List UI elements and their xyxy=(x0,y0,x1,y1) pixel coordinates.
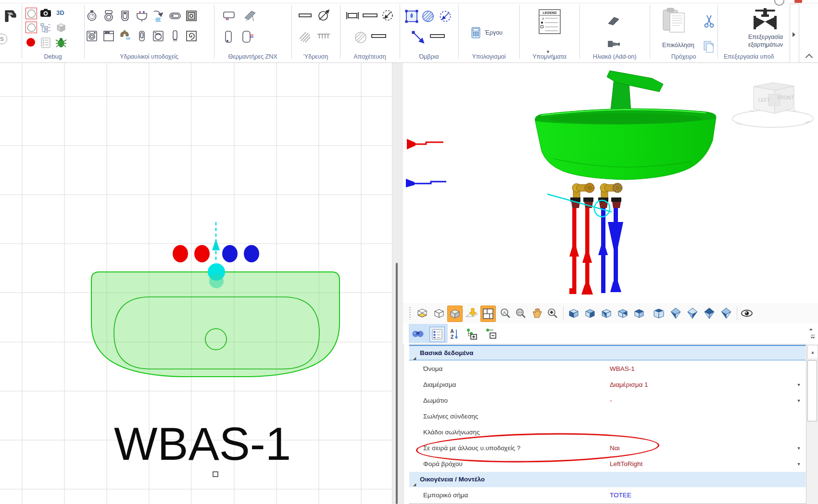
property-value[interactable]: LeftToRight xyxy=(610,456,642,472)
section-header-family-model[interactable]: ◢ Οικογένεια / Μοντέλο xyxy=(409,472,805,487)
property-value[interactable]: WBAS-1 xyxy=(610,361,635,377)
riser-pipes[interactable] xyxy=(569,208,623,295)
solar-mount-icon[interactable] xyxy=(606,38,622,50)
shower-cabin-icon[interactable] xyxy=(185,10,198,22)
zoom-realtime-button[interactable] xyxy=(545,306,560,321)
cut-scissors-icon[interactable] xyxy=(704,14,715,28)
view-diamond-4-button[interactable] xyxy=(719,306,733,321)
washing-machine-icon[interactable] xyxy=(86,30,98,42)
checklist-icon[interactable] xyxy=(40,37,51,48)
debug-select-circle-1-icon[interactable] xyxy=(25,8,37,19)
drain-pipe-2-icon[interactable] xyxy=(371,32,387,41)
wireframe-view-button[interactable] xyxy=(415,306,429,321)
drain-pipe-icon[interactable] xyxy=(362,11,378,20)
rain-diagonal-arrow-icon[interactable] xyxy=(411,30,427,46)
app-corner-icon[interactable] xyxy=(4,9,18,24)
zoom-window-button[interactable]: A xyxy=(498,306,513,321)
cube-3d-icon[interactable] xyxy=(55,22,67,33)
dishwasher-icon[interactable] xyxy=(102,30,115,42)
urinal-icon[interactable] xyxy=(119,10,131,22)
water-heater-icon[interactable] xyxy=(169,30,181,42)
view-diamond-1-button[interactable] xyxy=(668,306,683,321)
paste-clipboard-icon[interactable] xyxy=(662,7,688,34)
toilet-icon[interactable] xyxy=(102,10,115,22)
collapse-all-button[interactable] xyxy=(484,327,498,341)
washbasin-3d-model[interactable] xyxy=(535,71,717,180)
panel-pin-down-icon[interactable]: ▾▾ xyxy=(811,335,815,340)
property-row-apartment[interactable]: Διαμέρισμα Διαμέρισμα 1 ▾ xyxy=(409,377,805,393)
pan-hand-button[interactable] xyxy=(530,306,544,321)
debug-3d-button[interactable]: 3D xyxy=(56,9,64,16)
valve-edit-button[interactable] xyxy=(751,7,779,32)
categorized-view-button[interactable] xyxy=(429,327,445,342)
property-row-name[interactable]: Όνομα WBAS-1 xyxy=(409,361,805,377)
toolbar-grip[interactable] xyxy=(409,307,411,320)
view-se-iso-button[interactable] xyxy=(583,306,597,321)
property-row-connection-pipes[interactable]: Σωλήνες σύνδεσης xyxy=(409,408,805,424)
drain-fitting-icon[interactable] xyxy=(345,11,360,21)
hidden-line-view-button[interactable] xyxy=(432,306,446,321)
close-window-icon[interactable] xyxy=(794,0,802,3)
sort-alphabetical-button[interactable]: AZ xyxy=(447,327,462,341)
supply-pipe-icon[interactable] xyxy=(298,11,313,20)
view-top-button[interactable] xyxy=(632,306,646,321)
drop-to-plane-button[interactable] xyxy=(465,306,479,321)
bathtub-icon[interactable] xyxy=(169,10,181,22)
drain-circle-arrow-icon[interactable] xyxy=(380,8,396,23)
scrollbar-thumb[interactable] xyxy=(396,263,398,504)
rain-circle-arrow-icon[interactable] xyxy=(438,9,453,24)
view-diamond-3-button[interactable] xyxy=(702,306,717,321)
brass-fittings[interactable] xyxy=(570,183,622,208)
camera-icon[interactable] xyxy=(40,8,51,18)
debug-bug-icon[interactable] xyxy=(55,37,67,49)
shower-icon[interactable] xyxy=(152,10,164,22)
washing-machine-2-icon[interactable] xyxy=(152,30,164,42)
spiral-heater-icon[interactable] xyxy=(185,30,198,42)
insertion-point-marker[interactable] xyxy=(213,472,218,477)
project-calculations-button[interactable]: Έργου xyxy=(471,26,503,39)
property-row-brand[interactable]: Εμπορικό σήμα TOTEE xyxy=(409,487,805,503)
panel-expand-right-icon[interactable]: ▸▸ xyxy=(810,328,812,332)
legend-button[interactable]: LEGENDx xyxy=(539,9,561,34)
supply-pipe-end-red[interactable] xyxy=(407,139,443,149)
storage-cylinder-icon[interactable] xyxy=(223,30,234,44)
property-row-room[interactable]: Δωμάτιο - ▾ xyxy=(409,393,805,408)
selection-binoculars-button[interactable] xyxy=(411,327,425,341)
dropdown-arrow-icon[interactable]: ▾ xyxy=(794,456,804,472)
property-value[interactable]: TOTEE xyxy=(610,487,631,503)
paste-button[interactable]: Επικόλληση xyxy=(662,42,694,49)
shaded-view-button[interactable] xyxy=(447,306,463,322)
plan-2d-viewport[interactable]: WBAS-1 xyxy=(0,63,392,504)
manifold-icon[interactable] xyxy=(316,31,331,42)
supply-hatch-icon[interactable] xyxy=(298,30,312,43)
viewport-splitter-scrollbar[interactable] xyxy=(392,63,404,504)
edit-fittings-label[interactable]: Επεξεργασία εξαρτημάτων xyxy=(732,33,790,49)
solar-panel-icon[interactable] xyxy=(606,15,621,26)
ribbon-scroll-strip[interactable] xyxy=(790,4,799,63)
scroll-up-button[interactable]: ▲ xyxy=(807,345,818,359)
collapse-ribbon-button[interactable] xyxy=(803,53,815,62)
view-cube[interactable]: LEFT FRONT xyxy=(732,83,813,127)
supply-pipe-end-blue[interactable] xyxy=(406,179,446,187)
properties-scrollbar[interactable]: ▲ xyxy=(806,344,818,504)
section-header-basic-data[interactable]: ◢ Βασικά δεδομένα xyxy=(409,345,805,360)
floorplan-view-button[interactable] xyxy=(480,306,496,322)
dropdown-arrow-icon[interactable]: ▾ xyxy=(794,377,804,393)
rain-drop-box-icon[interactable] xyxy=(404,9,419,24)
supply-valve-icon[interactable] xyxy=(316,8,332,23)
view-ne-iso-button[interactable] xyxy=(599,306,614,321)
washbasin-icon[interactable] xyxy=(136,10,148,22)
property-value[interactable]: Διαμέρισμα 1 xyxy=(610,377,648,393)
visibility-eye-button[interactable] xyxy=(740,306,754,321)
solar-collector-icon[interactable] xyxy=(242,9,256,22)
wall-heater-icon[interactable] xyxy=(223,10,236,22)
rain-hatched-circle-icon[interactable] xyxy=(421,9,435,24)
view-nw-iso-button[interactable] xyxy=(616,306,630,321)
view-corner-open-button[interactable] xyxy=(652,306,666,321)
tank-with-coil-icon[interactable] xyxy=(241,30,254,44)
copy-icon[interactable] xyxy=(703,40,715,53)
property-value[interactable]: - xyxy=(610,393,612,408)
boiler-icon[interactable] xyxy=(136,30,148,42)
tree-structure-icon[interactable] xyxy=(40,23,51,33)
scrollbar-thumb[interactable] xyxy=(807,360,817,421)
